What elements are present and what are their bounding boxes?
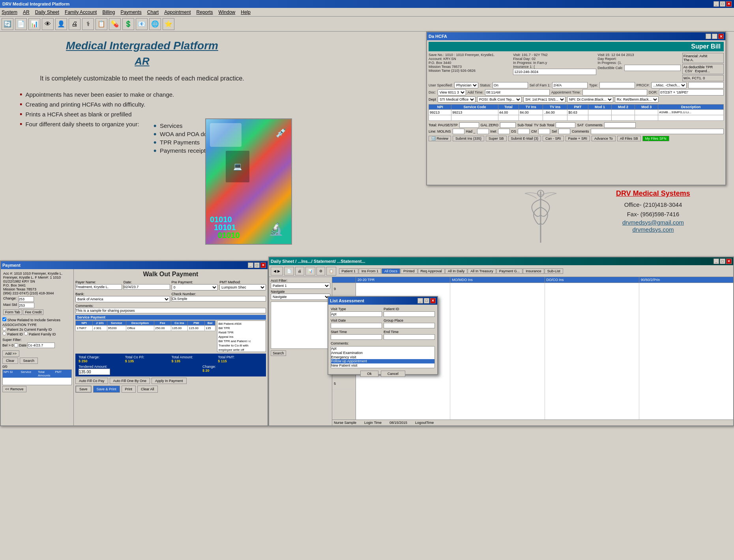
- sb-comments[interactable]: [604, 122, 636, 128]
- fee-credit-btn[interactable]: Fee Credit: [23, 309, 43, 315]
- clear-all-btn[interactable]: Clear All: [137, 386, 158, 393]
- menu-chart[interactable]: Chart: [147, 9, 159, 15]
- comments-field[interactable]: [75, 308, 266, 313]
- toolbar-btn-2[interactable]: 📊: [28, 18, 40, 30]
- menu-reports[interactable]: Reports: [197, 9, 213, 15]
- ds-tab-4[interactable]: Req Approval: [418, 268, 445, 274]
- dropdown-item-annual[interactable]: Annual Examination: [331, 351, 434, 355]
- dropdown-item-emergency[interactable]: Emergency visit: [331, 355, 434, 360]
- table-row[interactable]: 17NR7 J 301 95200 Office 250.00 135.00 1…: [76, 326, 215, 331]
- application-option-6[interactable]: employee write off: [218, 348, 265, 352]
- sb-pos[interactable]: POSI: Bulk Cont Tep...: [477, 96, 522, 103]
- sb-comments2[interactable]: [591, 129, 724, 134]
- ds-btn-back[interactable]: ◀ ▶: [271, 267, 283, 275]
- change-field[interactable]: [18, 296, 34, 302]
- auto-fill-one-btn[interactable]: Auto Fill One By One: [110, 378, 150, 384]
- sb-btn-can-sri[interactable]: Can - SRI: [543, 136, 564, 141]
- popup-ok-btn[interactable]: Ok: [360, 371, 378, 377]
- toolbar-btn-7[interactable]: 📋: [95, 18, 107, 30]
- ds-tab-7[interactable]: Payment G...: [496, 268, 523, 274]
- sb-had[interactable]: [477, 129, 489, 134]
- toolbar-btn-8[interactable]: 💊: [109, 18, 121, 30]
- toolbar-btn-12[interactable]: ⭐: [163, 18, 174, 30]
- popup-minimize[interactable]: _: [418, 298, 423, 303]
- sb-ins-field[interactable]: [513, 69, 596, 75]
- table-row[interactable]: 99213 99213 44.00 84.00 ..84.00 $0.63 AS…: [429, 110, 724, 115]
- menu-appointment[interactable]: Appointment: [164, 9, 191, 15]
- payment-minimize[interactable]: _: [248, 262, 253, 268]
- sb-dor[interactable]: [659, 89, 724, 96]
- bel-zero-cb[interactable]: [14, 343, 18, 347]
- ds-appt-col-1[interactable]: [450, 283, 545, 420]
- sb-add-time[interactable]: [485, 89, 550, 96]
- sb-type[interactable]: [599, 82, 635, 88]
- sb-sel[interactable]: [558, 129, 570, 134]
- sb-line[interactable]: [453, 129, 464, 134]
- ds-btn-settings[interactable]: ⚙: [316, 267, 325, 275]
- popup-dropdown[interactable]: Apt Annual Examination Emergency visit F…: [331, 346, 435, 368]
- sb-ref[interactable]: SH: 1st:Prac1 SNS...: [523, 96, 565, 103]
- toolbar-btn-9[interactable]: 💲: [122, 18, 134, 30]
- sb-proc[interactable]: ...Misc. -Chech...: [651, 82, 687, 88]
- payment-maximize[interactable]: □: [254, 262, 260, 268]
- ds-btn-reports[interactable]: 📊: [305, 267, 315, 275]
- apply-payment-btn[interactable]: Apply In Payment: [152, 378, 187, 384]
- navigate-select[interactable]: Navigate: [271, 294, 330, 300]
- save-print-btn[interactable]: Save & Print: [93, 386, 120, 393]
- sb-total-field[interactable]: [459, 122, 479, 128]
- ds-maximize[interactable]: □: [720, 258, 725, 264]
- ds-appt-col-2[interactable]: [545, 283, 639, 420]
- date-filter[interactable]: [27, 343, 55, 348]
- auto-fill-co-pay-btn[interactable]: Auto Fill Co Pay: [75, 378, 108, 384]
- sb-btn-advance[interactable]: Advance To: [592, 136, 616, 141]
- dropdown-item-apt[interactable]: Apt: [331, 346, 434, 351]
- application-option-0[interactable]: Bill Patient-#934: [218, 322, 265, 326]
- ds-btn-new[interactable]: 📄: [284, 267, 294, 275]
- menu-payments[interactable]: Payments: [120, 9, 141, 15]
- ds-tab-2[interactable]: All Docs: [382, 268, 400, 274]
- sb-ds[interactable]: [518, 129, 530, 134]
- assoc-family-radio[interactable]: [24, 332, 28, 335]
- sb-sel-fam[interactable]: [552, 82, 588, 88]
- toolbar-btn-3[interactable]: 👁: [42, 18, 54, 30]
- maximize-btn[interactable]: □: [720, 1, 725, 7]
- pre-payment-field[interactable]: 0: [172, 284, 218, 290]
- show-related-cb[interactable]: [2, 317, 6, 321]
- sb-maximize[interactable]: □: [712, 34, 717, 39]
- dropdown-item-medical[interactable]: Medical Appointment: [331, 368, 434, 368]
- sb-gal-field[interactable]: [500, 122, 516, 128]
- ds-appt-col-3[interactable]: [639, 283, 733, 420]
- menu-window[interactable]: Window: [219, 9, 236, 15]
- toolbar-btn-6[interactable]: ⚕: [82, 18, 94, 30]
- toolbar-btn-0[interactable]: 🔄: [2, 18, 13, 30]
- menu-system[interactable]: System: [2, 9, 17, 15]
- ds-tab-5[interactable]: All In Daily: [445, 268, 468, 274]
- date-field[interactable]: [124, 284, 170, 290]
- toolbar-btn-4[interactable]: 👤: [55, 18, 67, 30]
- sb-cm[interactable]: [538, 129, 550, 134]
- menu-daily-sheet[interactable]: Daily Sheet: [35, 9, 59, 15]
- table-row[interactable]: [429, 115, 724, 121]
- popup-close[interactable]: ✕: [430, 298, 436, 303]
- ds-btn-print[interactable]: 🖨: [295, 267, 304, 275]
- ds-close[interactable]: ✕: [726, 258, 732, 264]
- close-btn[interactable]: ✕: [726, 1, 732, 7]
- menu-billing[interactable]: Billing: [102, 9, 115, 15]
- tendered-amount-field[interactable]: [79, 369, 110, 375]
- bank-field[interactable]: Bank of America: [75, 296, 170, 302]
- ds-tab-9[interactable]: Sub-List: [545, 268, 563, 274]
- ds-tab-3[interactable]: Printed: [401, 268, 418, 274]
- assoc-patient-id-radio[interactable]: [2, 332, 6, 335]
- application-option-5[interactable]: Transfer to Co-Ill with: [218, 343, 265, 348]
- check-number-field[interactable]: [172, 296, 266, 302]
- ds-search-btn[interactable]: Search: [271, 350, 286, 356]
- menu-ar[interactable]: AR: [23, 9, 30, 15]
- toolbar-btn-11[interactable]: 🌐: [149, 18, 161, 30]
- acct-filter-select[interactable]: Patient 1: [271, 283, 330, 289]
- website-link[interactable]: drvmedsys.com: [632, 226, 674, 233]
- ds-tab-8[interactable]: Insurance: [523, 268, 544, 274]
- application-option-2[interactable]: Rebill TPR: [218, 330, 265, 335]
- pmt-method-field[interactable]: Lumpsum Shec: [219, 284, 266, 290]
- max-std-field[interactable]: [19, 303, 34, 308]
- sb-btn-review[interactable]: 🔙 Review: [429, 136, 451, 141]
